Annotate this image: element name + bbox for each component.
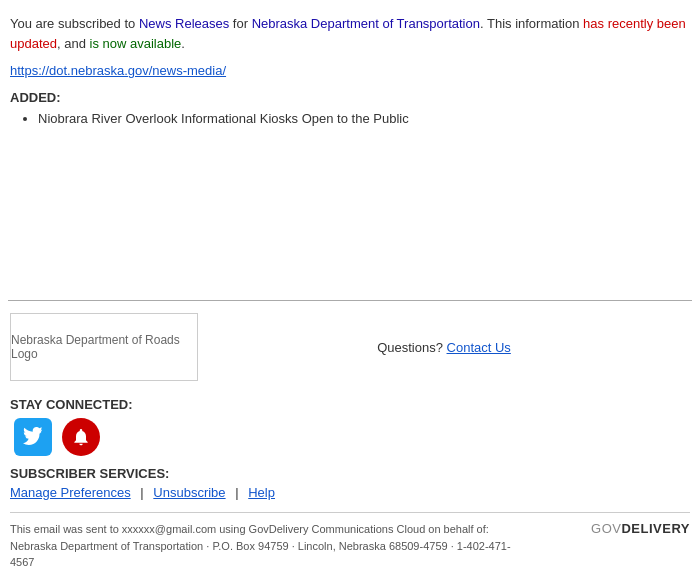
stay-connected-section: STAY CONNECTED: bbox=[10, 397, 690, 456]
twitter-icon[interactable] bbox=[14, 418, 52, 456]
subscriber-label: SUBSCRIBER SERVICES: bbox=[10, 466, 690, 481]
intro-text-part2: for bbox=[229, 16, 251, 31]
footer-disclaimer-text: This email was sent to xxxxxx@gmail.com … bbox=[10, 521, 530, 571]
contact-us-link[interactable]: Contact Us bbox=[447, 340, 511, 355]
intro-text-part1: You are subscribed to bbox=[10, 16, 139, 31]
intro-text-part4: , and bbox=[57, 36, 90, 51]
intro-text-part3: . This information bbox=[480, 16, 583, 31]
separator-1: | bbox=[140, 485, 143, 500]
logo-box: Nebraska Department of Roads Logo bbox=[10, 313, 198, 381]
subscriber-links: Manage Preferences | Unsubscribe | Help bbox=[10, 485, 690, 500]
news-item: Niobrara River Overlook Informational Ki… bbox=[38, 111, 690, 126]
intro-paragraph: You are subscribed to News Releases for … bbox=[10, 14, 690, 53]
intro-highlight-news-releases: News Releases bbox=[139, 16, 229, 31]
intro-text-part5: . bbox=[181, 36, 185, 51]
news-list: Niobrara River Overlook Informational Ki… bbox=[10, 111, 690, 126]
subscriber-services-section: SUBSCRIBER SERVICES: Manage Preferences … bbox=[10, 466, 690, 500]
added-label: ADDED: bbox=[10, 90, 690, 105]
footer-bottom: This email was sent to xxxxxx@gmail.com … bbox=[10, 512, 690, 577]
separator-2: | bbox=[235, 485, 238, 500]
news-media-link[interactable]: https://dot.nebraska.gov/news-media/ bbox=[10, 63, 226, 78]
stay-connected-label: STAY CONNECTED: bbox=[10, 397, 690, 412]
main-content: You are subscribed to News Releases for … bbox=[0, 0, 700, 300]
questions-label: Questions? bbox=[377, 340, 443, 355]
intro-highlight-available: is now available bbox=[90, 36, 182, 51]
questions-area: Questions? Contact Us bbox=[198, 340, 690, 355]
govdelivery-branding: GOVDELIVERY bbox=[591, 521, 690, 536]
social-icons bbox=[14, 418, 690, 456]
intro-highlight-org: Nebraska Department of Transportation bbox=[252, 16, 480, 31]
manage-preferences-link[interactable]: Manage Preferences bbox=[10, 485, 131, 500]
gov-span: GOV bbox=[591, 521, 621, 536]
help-link[interactable]: Help bbox=[248, 485, 275, 500]
spacer bbox=[10, 130, 690, 290]
notification-icon[interactable] bbox=[62, 418, 100, 456]
unsubscribe-link[interactable]: Unsubscribe bbox=[153, 485, 225, 500]
footer: Nebraska Department of Roads Logo Questi… bbox=[0, 301, 700, 577]
govdelivery-brand-text: GOVDELIVERY bbox=[591, 521, 690, 536]
delivery-span: DELIVERY bbox=[621, 521, 690, 536]
footer-top: Nebraska Department of Roads Logo Questi… bbox=[10, 313, 690, 381]
logo-alt-text: Nebraska Department of Roads Logo bbox=[11, 333, 197, 361]
